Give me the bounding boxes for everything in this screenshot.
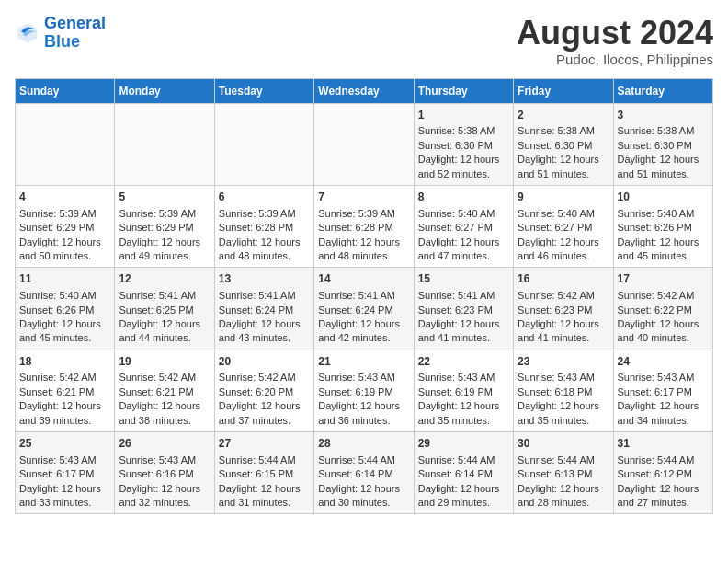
calendar-cell (115, 103, 214, 185)
cell-content-line: and 51 minutes. (518, 167, 609, 181)
title-block: August 2024 Pudoc, Ilocos, Philippines (517, 15, 713, 67)
day-header-wednesday: Wednesday (314, 78, 414, 103)
calendar-cell (214, 103, 313, 185)
cell-content-line: Sunrise: 5:43 AM (318, 371, 409, 385)
cell-content-line: Daylight: 12 hours (518, 236, 609, 249)
cell-content-line: and 35 minutes. (418, 414, 509, 428)
calendar-cell: 30Sunrise: 5:44 AMSunset: 6:13 PMDayligh… (514, 432, 613, 514)
cell-content-line: Sunrise: 5:39 AM (219, 207, 310, 221)
calendar-week-row: 18Sunrise: 5:42 AMSunset: 6:21 PMDayligh… (16, 350, 713, 431)
cell-content-line: Sunset: 6:23 PM (518, 304, 609, 317)
calendar-cell: 20Sunrise: 5:42 AMSunset: 6:20 PMDayligh… (214, 350, 313, 431)
day-number: 26 (119, 436, 210, 452)
cell-content-line: Sunset: 6:30 PM (418, 139, 509, 153)
day-header-monday: Monday (115, 78, 214, 103)
cell-content-line: Sunrise: 5:42 AM (19, 371, 110, 385)
cell-content-line: Daylight: 12 hours (318, 236, 409, 249)
day-number: 5 (119, 190, 210, 205)
cell-content-line: Sunset: 6:22 PM (618, 304, 709, 317)
cell-content-line: Sunrise: 5:40 AM (618, 207, 709, 221)
calendar-cell: 22Sunrise: 5:43 AMSunset: 6:19 PMDayligh… (414, 350, 513, 431)
cell-content-line: and 45 minutes. (19, 331, 110, 345)
day-number: 25 (19, 436, 110, 452)
day-number: 31 (618, 436, 709, 452)
cell-content-line: Daylight: 12 hours (119, 317, 210, 331)
cell-content-line: and 41 minutes. (418, 331, 509, 345)
cell-content-line: Sunrise: 5:40 AM (19, 289, 110, 303)
calendar-cell: 2Sunrise: 5:38 AMSunset: 6:30 PMDaylight… (514, 103, 613, 185)
day-number: 27 (219, 436, 310, 452)
cell-content-line: and 27 minutes. (618, 496, 709, 510)
calendar-cell: 23Sunrise: 5:43 AMSunset: 6:18 PMDayligh… (514, 350, 613, 431)
logo-text: General Blue (44, 15, 106, 52)
calendar-week-row: 1Sunrise: 5:38 AMSunset: 6:30 PMDaylight… (16, 103, 713, 185)
calendar-cell: 24Sunrise: 5:43 AMSunset: 6:17 PMDayligh… (613, 350, 712, 431)
calendar-cell (314, 103, 414, 185)
day-number: 16 (518, 271, 609, 287)
cell-content-line: Daylight: 12 hours (618, 317, 709, 331)
day-number: 13 (219, 271, 310, 287)
day-number: 19 (119, 354, 210, 370)
calendar-cell: 10Sunrise: 5:40 AMSunset: 6:26 PMDayligh… (613, 185, 712, 267)
cell-content-line: Sunset: 6:12 PM (618, 467, 709, 481)
calendar-cell: 29Sunrise: 5:44 AMSunset: 6:14 PMDayligh… (414, 432, 513, 514)
calendar-week-row: 25Sunrise: 5:43 AMSunset: 6:17 PMDayligh… (16, 432, 713, 514)
cell-content-line: Daylight: 12 hours (19, 399, 110, 413)
cell-content-line: Sunset: 6:28 PM (219, 221, 310, 235)
calendar-cell: 3Sunrise: 5:38 AMSunset: 6:30 PMDaylight… (613, 103, 712, 185)
cell-content-line: and 48 minutes. (318, 249, 409, 263)
cell-content-line: Daylight: 12 hours (518, 399, 609, 413)
cell-content-line: Sunset: 6:23 PM (418, 304, 509, 317)
calendar-cell: 16Sunrise: 5:42 AMSunset: 6:23 PMDayligh… (514, 268, 613, 350)
cell-content-line: Sunset: 6:30 PM (518, 139, 609, 153)
cell-content-line: and 44 minutes. (119, 331, 210, 345)
cell-content-line: and 28 minutes. (518, 496, 609, 510)
cell-content-line: Sunrise: 5:43 AM (119, 454, 210, 467)
cell-content-line: Sunset: 6:26 PM (19, 304, 110, 317)
cell-content-line: and 34 minutes. (618, 414, 709, 428)
day-header-sunday: Sunday (16, 78, 115, 103)
cell-content-line: and 42 minutes. (318, 331, 409, 345)
calendar-cell: 21Sunrise: 5:43 AMSunset: 6:19 PMDayligh… (314, 350, 414, 431)
cell-content-line: Sunrise: 5:38 AM (518, 124, 609, 138)
cell-content-line: Daylight: 12 hours (318, 317, 409, 331)
cell-content-line: Daylight: 12 hours (318, 482, 409, 496)
cell-content-line: Sunrise: 5:40 AM (418, 207, 509, 221)
day-number: 10 (618, 190, 709, 205)
day-number: 2 (518, 108, 609, 123)
cell-content-line: and 29 minutes. (418, 496, 509, 510)
cell-content-line: Sunrise: 5:44 AM (518, 454, 609, 467)
cell-content-line: Daylight: 12 hours (219, 317, 310, 331)
day-number: 12 (119, 271, 210, 287)
cell-content-line: Daylight: 12 hours (418, 317, 509, 331)
calendar-cell: 19Sunrise: 5:42 AMSunset: 6:21 PMDayligh… (115, 350, 214, 431)
cell-content-line: Daylight: 12 hours (318, 399, 409, 413)
cell-content-line: and 51 minutes. (618, 167, 709, 181)
cell-content-line: Sunset: 6:19 PM (318, 385, 409, 399)
cell-content-line: and 37 minutes. (219, 414, 310, 428)
cell-content-line: Sunrise: 5:41 AM (119, 289, 210, 303)
calendar-cell: 11Sunrise: 5:40 AMSunset: 6:26 PMDayligh… (16, 268, 115, 350)
cell-content-line: Daylight: 12 hours (518, 482, 609, 496)
cell-content-line: Sunrise: 5:41 AM (219, 289, 310, 303)
calendar-week-row: 4Sunrise: 5:39 AMSunset: 6:29 PMDaylight… (16, 185, 713, 267)
cell-content-line: and 48 minutes. (219, 249, 310, 263)
day-number: 1 (418, 108, 509, 123)
cell-content-line: Sunrise: 5:39 AM (19, 207, 110, 221)
cell-content-line: Sunset: 6:24 PM (318, 304, 409, 317)
calendar-cell: 27Sunrise: 5:44 AMSunset: 6:15 PMDayligh… (214, 432, 313, 514)
day-number: 24 (618, 354, 709, 370)
cell-content-line: Sunrise: 5:43 AM (518, 371, 609, 385)
day-number: 3 (618, 108, 709, 123)
cell-content-line: Sunset: 6:18 PM (518, 385, 609, 399)
cell-content-line: Sunrise: 5:42 AM (219, 371, 310, 385)
calendar-week-row: 11Sunrise: 5:40 AMSunset: 6:26 PMDayligh… (16, 268, 713, 350)
cell-content-line: Sunset: 6:27 PM (518, 221, 609, 235)
cell-content-line: and 31 minutes. (219, 496, 310, 510)
cell-content-line: and 40 minutes. (618, 331, 709, 345)
cell-content-line: Daylight: 12 hours (418, 482, 509, 496)
cell-content-line: Sunset: 6:27 PM (418, 221, 509, 235)
calendar-cell: 8Sunrise: 5:40 AMSunset: 6:27 PMDaylight… (414, 185, 513, 267)
cell-content-line: Sunset: 6:20 PM (219, 385, 310, 399)
cell-content-line: Sunrise: 5:43 AM (418, 371, 509, 385)
